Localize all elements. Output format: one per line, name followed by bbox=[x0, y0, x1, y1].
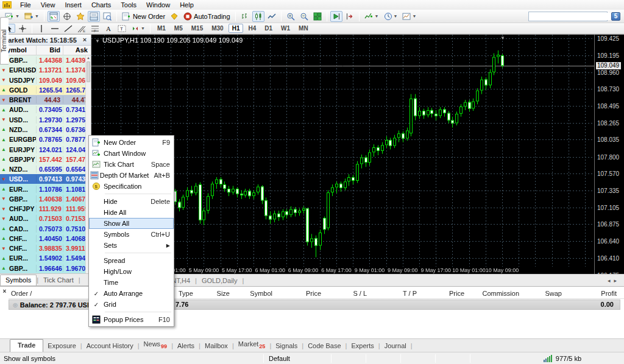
menu-charts[interactable]: Charts bbox=[87, 1, 116, 9]
terminal-column-type[interactable]: Type bbox=[176, 289, 200, 298]
tab-signals[interactable]: Signals bbox=[271, 340, 302, 352]
menu-file[interactable]: File bbox=[15, 1, 36, 9]
equidistant-channel-tool-button[interactable]: E bbox=[76, 24, 88, 33]
symbol-row-usd[interactable]: ▼USD...0.974130.97434 bbox=[0, 174, 91, 184]
symbol-row-aud[interactable]: ▼AUD...0.715030.71536 bbox=[0, 214, 91, 223]
tab-account-history[interactable]: Account History bbox=[82, 340, 138, 352]
menu-item-specification[interactable]: $Specification bbox=[89, 181, 174, 192]
terminal-column-s-l[interactable]: S / L bbox=[326, 289, 372, 298]
timeframe-m15[interactable]: M15 bbox=[188, 24, 207, 33]
terminal-column-commission[interactable]: Commission bbox=[469, 289, 524, 298]
terminal-toggle-button[interactable] bbox=[88, 11, 100, 22]
menu-item-depth-of-market[interactable]: Depth Of MarketAlt+B bbox=[89, 170, 174, 181]
data-window-button[interactable] bbox=[61, 11, 73, 22]
menu-tools[interactable]: Tools bbox=[116, 1, 141, 9]
menu-help[interactable]: Help bbox=[175, 1, 199, 9]
menu-item-hide-all[interactable]: Hide All bbox=[89, 207, 174, 218]
timeframe-mn[interactable]: MN bbox=[295, 24, 312, 33]
symbol-row-eur[interactable]: ▲EUR...1.549021.54941 bbox=[0, 253, 91, 263]
tab-exposure[interactable]: Exposure bbox=[43, 340, 80, 352]
search-box[interactable] bbox=[528, 12, 608, 21]
chart-tab-gold-daily[interactable]: GOLD,Daily bbox=[197, 277, 243, 284]
market-watch-tab-symbols[interactable]: Symbols bbox=[0, 275, 37, 285]
menu-item-high-low[interactable]: High/Low bbox=[89, 266, 174, 277]
terminal-column-t-p[interactable]: T / P bbox=[372, 289, 422, 298]
trendline-tool-button[interactable] bbox=[62, 24, 74, 33]
symbol-row-aud[interactable]: ▲AUD...0.734050.73419 bbox=[0, 105, 91, 114]
menu-item-symbols[interactable]: SymbolsCtrl+U bbox=[89, 229, 174, 240]
symbol-row-chfjpy[interactable]: ▼CHFJPY111.929111.959 bbox=[0, 204, 91, 214]
tab-journal[interactable]: Journal bbox=[380, 340, 411, 352]
symbol-row-eurusd[interactable]: ▼EURUSD1.137211.13740 bbox=[0, 65, 91, 75]
menu-item-hide[interactable]: HideDelete bbox=[89, 196, 174, 207]
menu-item-show-all[interactable]: Show All bbox=[89, 218, 174, 229]
new-order-button[interactable]: New Order bbox=[120, 11, 167, 22]
chart-shift-marker-icon[interactable]: ▼ bbox=[500, 35, 505, 41]
crosshair-tool-button[interactable] bbox=[16, 24, 29, 33]
mql5-community-badge[interactable]: 5 bbox=[611, 12, 620, 21]
tab-mailbox[interactable]: Mailbox bbox=[200, 340, 232, 352]
menu-item-chart-window[interactable]: Chart Window bbox=[89, 148, 174, 159]
terminal-column-price[interactable]: Price bbox=[422, 289, 469, 298]
menu-item-tick-chart[interactable]: Tick ChartSpace bbox=[89, 159, 174, 170]
tab-trade[interactable]: Trade bbox=[10, 339, 43, 352]
column-header-ask[interactable]: Ask bbox=[63, 46, 90, 55]
autotrading-button[interactable]: AutoTrading bbox=[182, 11, 232, 22]
timeframe-m5[interactable]: M5 bbox=[171, 24, 186, 33]
zoom-in-button[interactable] bbox=[285, 11, 297, 22]
market-watch-toggle-button[interactable] bbox=[48, 11, 60, 22]
symbol-row-eurgbp[interactable]: ▲EURGBP0.787650.78777 bbox=[0, 135, 91, 144]
candlestick-chart-button[interactable] bbox=[252, 11, 264, 22]
symbol-row-eur[interactable]: ▲EUR...1.107861.10812 bbox=[0, 184, 91, 194]
tabs-scroll-right-icon[interactable]: ▸ bbox=[614, 278, 620, 284]
menu-item-spread[interactable]: Spread bbox=[89, 255, 174, 266]
tab-news[interactable]: News99 bbox=[140, 338, 172, 352]
symbol-row-usdjpy[interactable]: ▼USDJPY109.049109.068 bbox=[0, 75, 91, 85]
text-tool-button[interactable]: A bbox=[102, 24, 115, 33]
vertical-line-tool-button[interactable] bbox=[35, 24, 48, 33]
menu-item-popup-prices[interactable]: Popup PricesF10 bbox=[89, 314, 174, 325]
timeframe-m1[interactable]: M1 bbox=[154, 24, 169, 33]
auto-scroll-button[interactable] bbox=[330, 11, 342, 22]
terminal-column-profit[interactable]: Profit bbox=[567, 289, 622, 298]
navigator-button[interactable] bbox=[74, 11, 87, 22]
terminal-column-swap[interactable]: Swap bbox=[524, 289, 567, 298]
symbol-row-gbp[interactable]: ▲GBP...1.966461.96700 bbox=[0, 264, 91, 273]
indicators-button[interactable]: ▼ bbox=[363, 11, 381, 22]
symbol-row-usd[interactable]: ▼USD...1.297301.29753 bbox=[0, 115, 91, 125]
symbol-row-eurjpy[interactable]: ▲EURJPY124.021124.041 bbox=[0, 144, 91, 154]
market-watch-tab-tick-chart[interactable]: Tick Chart bbox=[38, 275, 79, 285]
status-profile[interactable]: Default bbox=[264, 355, 331, 362]
bar-chart-button[interactable] bbox=[239, 11, 251, 22]
symbol-row-gbpjpy[interactable]: ▲GBPJPY157.442157.476 bbox=[0, 155, 91, 164]
menu-item-auto-arrange[interactable]: ✓Auto Arrange bbox=[89, 288, 174, 299]
symbol-row-chf[interactable]: ▲CHF...1.404501.40685 bbox=[0, 234, 91, 243]
symbol-row-gbp[interactable]: ▼GBP...1.406381.40679 bbox=[0, 194, 91, 204]
symbol-row-gbp[interactable]: ▼GBP...1.443681.44393 bbox=[0, 55, 91, 65]
metaeditor-button[interactable] bbox=[168, 11, 180, 22]
horizontal-line-tool-button[interactable] bbox=[49, 24, 61, 33]
templates-button[interactable]: ▼ bbox=[400, 11, 418, 22]
symbol-row-nzd[interactable]: ▲NZD...0.655950.65642 bbox=[0, 164, 91, 174]
tab-market[interactable]: Market25 bbox=[234, 338, 270, 352]
tile-windows-button[interactable] bbox=[311, 11, 324, 22]
strategy-tester-button[interactable] bbox=[101, 11, 113, 22]
menu-item-new-order[interactable]: New OrderF9 bbox=[89, 137, 174, 148]
tab-alerts[interactable]: Alerts bbox=[173, 340, 199, 352]
timeframe-m30[interactable]: M30 bbox=[208, 24, 227, 33]
terminal-column-size[interactable]: Size bbox=[200, 289, 235, 298]
timeframe-w1[interactable]: W1 bbox=[277, 24, 294, 33]
terminal-column-symbol[interactable]: Symbol bbox=[235, 289, 277, 298]
fibonacci-tool-button[interactable]: F bbox=[89, 24, 101, 33]
menu-item-grid[interactable]: ✓Grid bbox=[89, 299, 174, 310]
tabs-scroll-left-icon[interactable]: ◂ bbox=[608, 278, 614, 284]
line-chart-button[interactable] bbox=[266, 11, 278, 22]
symbol-row-brent[interactable]: ▼BRENT44.4344.47 bbox=[0, 95, 91, 105]
arrows-tool-button[interactable]: ▼ bbox=[129, 24, 147, 33]
menu-insert[interactable]: Insert bbox=[60, 1, 87, 9]
timeframe-h4[interactable]: H4 bbox=[244, 24, 260, 33]
profiles-button[interactable]: ▼ bbox=[23, 11, 41, 22]
scroll-up-icon[interactable]: ▲ bbox=[86, 55, 91, 61]
symbol-row-gold[interactable]: ▲GOLD1265.541265.79 bbox=[0, 85, 91, 95]
chart-collapse-icon[interactable]: ▼ bbox=[95, 38, 100, 44]
